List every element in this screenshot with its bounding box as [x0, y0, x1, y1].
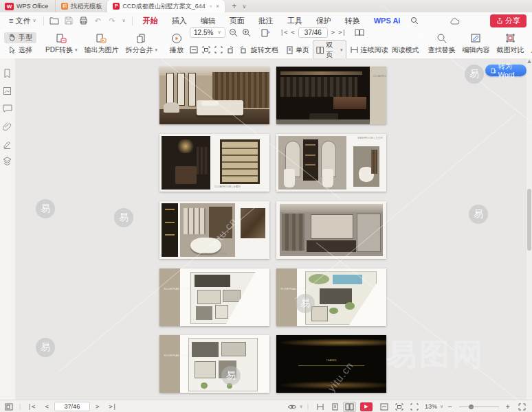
single-page-button[interactable]: 单页 — [286, 45, 309, 55]
menu-tab-insert[interactable]: 插入 — [165, 14, 194, 28]
tab-close-icon[interactable]: × — [216, 3, 219, 10]
continuous-read-button[interactable]: 连续阅读 — [350, 45, 388, 55]
layers-icon[interactable] — [3, 157, 12, 166]
menu-tab-tools[interactable]: 工具 — [280, 14, 309, 28]
screenshot-compare-button[interactable]: 截图对比 — [494, 29, 528, 58]
find-replace-button[interactable]: 查找替换 — [425, 29, 459, 58]
split-merge-button[interactable]: 拆分合并▾ — [122, 29, 162, 58]
rotate-doc-button[interactable]: 旋转文档 — [251, 45, 278, 55]
pdf-page-washroom[interactable]: WASHROOM | 卫生间 — [276, 134, 386, 192]
page-number-input[interactable]: 37/46 — [298, 27, 328, 38]
share-button[interactable]: 分享 — [490, 14, 527, 27]
last-page-button[interactable]: >| — [338, 29, 346, 36]
pdf-page-floorplan-2[interactable]: FLOOR PLAN 二层平面图 — [159, 335, 269, 393]
pdf-page-floorplan-1[interactable]: FLOOR PLAN 一层平面图 — [159, 268, 269, 326]
redo-icon[interactable]: ↷ — [107, 16, 118, 26]
scroll-up-arrow-icon[interactable] — [527, 60, 531, 63]
pdf-convert-button[interactable]: PDF转换▾ — [42, 29, 81, 58]
zoom-slider-handle[interactable] — [469, 404, 474, 409]
edit-content-button[interactable]: 编辑内容 — [459, 29, 494, 58]
status-next-page-button[interactable]: > — [96, 403, 99, 410]
rotate-right-icon[interactable] — [239, 46, 247, 54]
read-mode-icon[interactable] — [355, 28, 364, 36]
first-page-button[interactable]: |< — [280, 29, 288, 36]
page-panel-icon[interactable] — [4, 402, 14, 411]
hand-tool-button[interactable]: 手型 — [4, 32, 36, 43]
comments-icon[interactable] — [3, 104, 12, 114]
select-tool-button[interactable]: 选择 — [4, 45, 36, 56]
fullscreen-icon[interactable] — [517, 402, 527, 411]
tab-document[interactable]: P CCD成都麓山别墅方案文_644 ▫ × — [107, 0, 225, 12]
prev-page-button[interactable]: < — [291, 29, 294, 36]
menu-tab-edit[interactable]: 编辑 — [194, 14, 223, 28]
menu-tab-wps-ai[interactable]: WPS AI — [367, 14, 408, 27]
menu-tab-convert[interactable]: 转换 — [338, 14, 367, 28]
status-prev-page-button[interactable]: < — [45, 403, 48, 410]
pdf-page-cloakroom[interactable]: CLOAKROOM 衣帽间 — [276, 67, 386, 124]
undo-icon[interactable]: ↶ — [93, 16, 103, 26]
status-page-input[interactable]: 37/46 — [54, 402, 91, 411]
play-button[interactable]: 播放 — [166, 29, 187, 58]
more-actions-chevron-icon[interactable]: ∨ — [122, 18, 126, 23]
fit-width-icon[interactable] — [190, 46, 199, 54]
pdf-page-bathtub[interactable]: BATHROOM | 卫生间 — [159, 201, 269, 259]
search-icon[interactable] — [409, 16, 419, 26]
zoom-out-icon[interactable] — [229, 28, 239, 36]
status-zoom-value[interactable]: 13% — [425, 403, 437, 410]
actual-size-icon[interactable] — [214, 46, 223, 54]
scrollbar-thumb[interactable] — [527, 189, 531, 251]
rotate-left-icon[interactable] — [226, 46, 235, 54]
menu-tab-comment[interactable]: 批注 — [252, 14, 280, 28]
menu-tab-home[interactable]: 开始 — [136, 14, 165, 28]
chevron-down-icon[interactable]: ∨ — [300, 404, 303, 409]
status-first-page-button[interactable]: |< — [27, 403, 35, 410]
menu-tab-protect[interactable]: 保护 — [309, 14, 338, 28]
export-image-button[interactable]: 输出为图片 — [81, 29, 122, 58]
bookmark-icon[interactable] — [3, 69, 12, 78]
compress-button[interactable]: 压缩 — [528, 29, 532, 58]
fit-page-icon[interactable] — [202, 46, 211, 54]
tab-docer-templates[interactable]: 稻 找稻壳模板 — [55, 0, 107, 12]
fit-page-view-icon[interactable] — [395, 402, 404, 411]
pdf-page-cloakroom-detail[interactable]: CLOAKROOM | 衣帽间 — [159, 134, 269, 192]
single-page-view-icon[interactable] — [331, 402, 340, 411]
zoom-level-combo[interactable]: 12.5% ∨ — [190, 27, 225, 38]
chevron-down-icon[interactable]: ∨ — [440, 404, 443, 409]
pdf-page-master-bath[interactable] — [276, 201, 386, 259]
file-menu-button[interactable]: ≡ 文件 ∨ — [5, 14, 40, 27]
menu-tab-page[interactable]: 页面 — [223, 14, 252, 28]
zoom-out-button[interactable]: − — [447, 402, 452, 411]
read-mode-button[interactable]: 阅读模式 — [392, 45, 419, 55]
fit-width-view-icon[interactable] — [379, 402, 389, 411]
save-icon[interactable] — [64, 16, 74, 26]
document-canvas[interactable]: CLOAKROOM 衣帽间 CLOAKROOM | 衣帽间 — [15, 58, 527, 400]
zoom-in-icon[interactable] — [242, 28, 252, 36]
eye-view-icon[interactable] — [287, 402, 297, 411]
next-page-button[interactable]: > — [331, 29, 335, 36]
status-last-page-button[interactable]: >| — [109, 403, 117, 410]
continuous-view-icon[interactable] — [315, 402, 325, 411]
open-folder-icon[interactable] — [49, 16, 60, 26]
attachment-icon[interactable] — [3, 122, 12, 132]
convert-to-word-button[interactable]: 转为Word — [485, 65, 527, 76]
pdf-page-thanks[interactable]: THANKS — [276, 335, 386, 393]
skylight — [280, 204, 383, 212]
double-page-view-icon[interactable] — [343, 402, 356, 412]
thumbnails-icon[interactable] — [3, 87, 12, 96]
vertical-scrollbar[interactable] — [527, 58, 532, 400]
actual-size-view-icon[interactable] — [410, 402, 419, 411]
pdf-page-bedroom[interactable] — [159, 67, 269, 124]
pdf-page-siteplan[interactable]: FLOOR PLAN 一层平面图 — [276, 268, 386, 326]
new-tab-button[interactable]: + — [232, 1, 236, 11]
print-icon[interactable] — [78, 16, 89, 26]
signature-icon[interactable] — [3, 140, 12, 150]
new-view-icon[interactable] — [261, 28, 270, 36]
tab-split-icon[interactable]: ▫ — [210, 3, 212, 10]
double-page-button[interactable]: 双页 ▾ — [313, 40, 346, 60]
trees — [309, 274, 330, 284]
zoom-slider[interactable] — [459, 407, 499, 407]
zoom-in-button[interactable]: + — [506, 402, 510, 411]
tab-list-chevron-icon[interactable]: ∨ — [242, 3, 246, 10]
play-slideshow-button[interactable]: ▶ — [360, 402, 373, 411]
cloud-icon[interactable] — [450, 16, 460, 26]
